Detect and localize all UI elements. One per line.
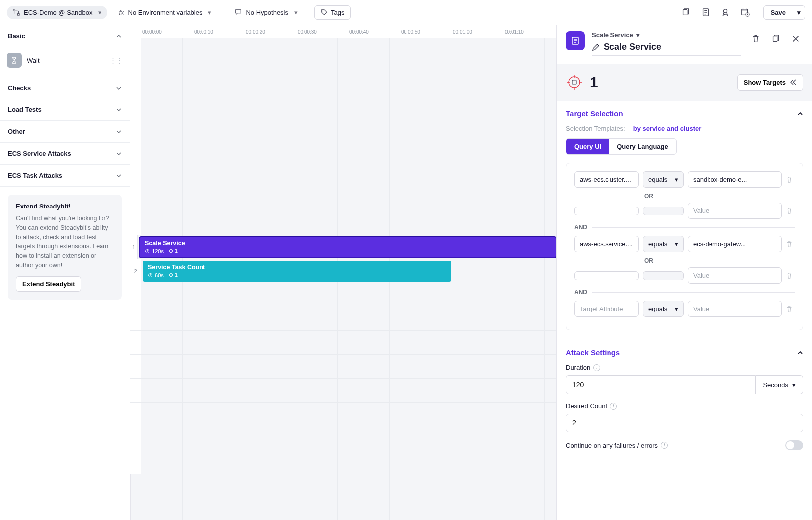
sidebar-section-ecs-service[interactable]: ECS Service Attacks (0, 143, 130, 164)
section-label: Load Tests (8, 106, 42, 113)
chevron-down-icon: ▾ (792, 381, 796, 389)
query-row: aws-ecs.cluster.n... equals▾ sandbox-dem… (574, 171, 795, 188)
tick: 00:00:10 (193, 25, 245, 38)
attr-field-empty[interactable]: Target Attribute (574, 301, 639, 317)
tick: 00:00:00 (141, 25, 193, 38)
desired-count-label: Desired Count i (566, 402, 803, 410)
extend-button[interactable]: Extend Steadybit (16, 276, 81, 292)
chevron-down-icon (116, 107, 122, 113)
fx-icon: fx (119, 9, 124, 16)
schedule-button[interactable] (738, 5, 753, 20)
notes-icon (701, 8, 710, 17)
sidebar: Basic Wait ⋮⋮ Checks Load Tests Other EC… (0, 25, 130, 520)
sidebar-section-loadtests[interactable]: Load Tests (0, 99, 130, 120)
copy-button[interactable] (678, 5, 693, 20)
attr-field[interactable]: aws-ecs.cluster.n... (574, 171, 639, 188)
op-field[interactable]: equals▾ (643, 171, 684, 188)
info-icon[interactable]: i (610, 403, 617, 410)
val-field-empty[interactable]: Value (688, 203, 782, 219)
env-vars-selector[interactable]: fx No Environment variables ▾ (112, 5, 218, 20)
delete-row-button[interactable] (786, 306, 795, 312)
chevron-up-icon (797, 111, 803, 117)
and-connector: AND (574, 224, 795, 231)
tick: 00:00:50 (400, 25, 452, 38)
tags-button[interactable]: Tags (314, 5, 351, 20)
attr-field-empty[interactable] (574, 207, 639, 215)
tab-query-ui[interactable]: Query UI (566, 139, 609, 154)
chevron-up-icon (116, 33, 122, 39)
chevron-down-icon: ▾ (636, 31, 640, 39)
trash-icon (751, 34, 760, 43)
duration-input[interactable] (566, 375, 756, 394)
targets-summary: 1 Show Targets (557, 64, 812, 101)
project-selector[interactable]: ECS-Demo @ Sandbox ▾ (7, 6, 107, 19)
section-header-target-selection[interactable]: Target Selection (566, 109, 803, 118)
save-label: Save (764, 6, 793, 19)
continue-on-error-toggle[interactable] (785, 440, 803, 450)
val-field-empty[interactable]: Value (688, 301, 782, 317)
timeline: 00:00:00 00:00:10 00:00:20 00:00:30 00:0… (130, 25, 556, 520)
close-icon (791, 34, 800, 43)
sidebar-section-checks[interactable]: Checks (0, 77, 130, 99)
drag-handle-icon[interactable]: ⋮⋮ (110, 57, 123, 64)
section-title: Target Selection (566, 109, 623, 118)
row-number: 2 (130, 259, 141, 283)
edit-icon[interactable] (592, 43, 600, 51)
info-icon[interactable]: i (593, 364, 600, 371)
save-dropdown[interactable]: ▾ (793, 6, 805, 19)
chevron-down-icon (116, 129, 122, 135)
svg-rect-0 (13, 9, 15, 11)
project-label: ECS-Demo @ Sandbox (24, 9, 92, 16)
clock-icon: ⏱ 60s (148, 272, 164, 278)
divider (758, 7, 758, 17)
save-button[interactable]: Save ▾ (763, 5, 805, 20)
delete-row-button[interactable] (786, 272, 795, 279)
op-field[interactable]: equals▾ (643, 236, 684, 252)
info-icon[interactable]: i (661, 442, 668, 449)
attr-field-empty[interactable] (574, 271, 639, 280)
val-field[interactable]: sandbox-demo-e... (688, 171, 782, 188)
clock-icon: ⏱ 120s (145, 248, 164, 254)
sidebar-item-wait[interactable]: Wait ⋮⋮ (7, 51, 123, 70)
val-field-empty[interactable]: Value (688, 267, 782, 284)
notes-button[interactable] (698, 5, 713, 20)
block-title: Service Task Count (148, 264, 446, 271)
chevron-down-icon: ▾ (675, 176, 678, 183)
timeline-block-service-task-count[interactable]: Service Task Count ⏱ 60s ⊕ 1 (143, 261, 451, 282)
val-field[interactable]: ecs-demo-gatew... (688, 236, 782, 252)
delete-row-button[interactable] (786, 176, 795, 183)
chat-icon (235, 9, 242, 16)
show-targets-button[interactable]: Show Targets (737, 74, 803, 91)
timeline-block-scale-service[interactable]: Scale Service ⏱ 120s ⊕ 1 (139, 237, 556, 258)
target-count: 1 (590, 74, 598, 91)
duplicate-button[interactable] (768, 31, 783, 46)
op-field[interactable] (643, 207, 684, 215)
timeline-ruler: 00:00:00 00:00:10 00:00:20 00:00:30 00:0… (130, 25, 556, 38)
badge-button[interactable] (718, 5, 733, 20)
chevron-down-icon: ▾ (208, 9, 211, 16)
hypothesis-selector[interactable]: No Hypothesis ▾ (228, 5, 304, 20)
svg-point-10 (569, 77, 580, 88)
delete-row-button[interactable] (786, 208, 795, 214)
svg-point-5 (723, 9, 727, 13)
delete-button[interactable] (748, 31, 763, 46)
attr-field[interactable]: aws-ecs.service.... (574, 236, 639, 252)
sidebar-section-basic[interactable]: Basic (0, 25, 130, 47)
duration-unit-select[interactable]: Seconds ▾ (756, 375, 803, 394)
delete-row-button[interactable] (786, 241, 795, 248)
chevron-down-icon (116, 151, 122, 157)
section-header-attack-settings[interactable]: Attack Settings (566, 348, 803, 357)
section-label: Basic (8, 32, 25, 40)
template-link[interactable]: by service and cluster (633, 125, 702, 132)
op-field[interactable] (643, 271, 684, 280)
breadcrumb[interactable]: Scale Service ▾ (592, 31, 741, 39)
ribbon-icon (721, 8, 730, 17)
op-field[interactable]: equals▾ (643, 301, 684, 317)
query-mode-tabs: Query UI Query Language (566, 138, 677, 155)
desired-count-input[interactable] (566, 414, 803, 432)
sidebar-section-other[interactable]: Other (0, 121, 130, 142)
tab-query-language[interactable]: Query Language (609, 139, 676, 154)
sidebar-section-ecs-task[interactable]: ECS Task Attacks (0, 165, 130, 186)
attack-settings-section: Attack Settings Duration i Seconds ▾ Des… (557, 339, 812, 459)
close-button[interactable] (788, 31, 803, 46)
